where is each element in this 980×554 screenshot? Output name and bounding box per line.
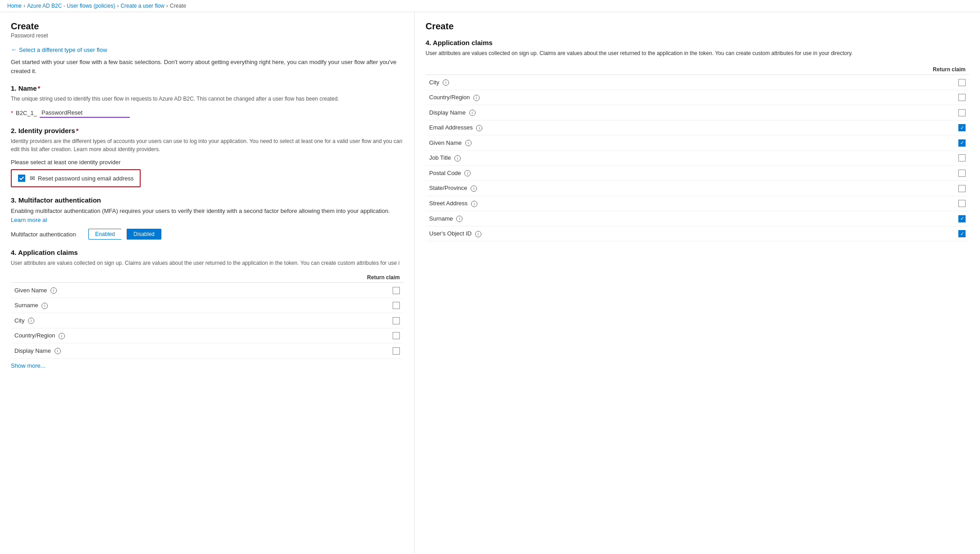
right-claim-checkbox-cell[interactable]	[753, 226, 969, 241]
section2-title: 2. Identity providers*	[11, 127, 403, 134]
info-icon: i	[41, 303, 48, 309]
right-claim-checkbox[interactable]	[958, 109, 966, 116]
breadcrumb-create-user-flow[interactable]: Create a user flow	[120, 3, 164, 9]
right-claim-label: Postal Code i	[426, 166, 753, 181]
right-claim-checkbox-cell[interactable]	[753, 105, 969, 120]
right-return-claim-header: Return claim	[753, 65, 969, 75]
right-claim-checkbox-cell[interactable]	[753, 166, 969, 181]
right-claim-checkbox-cell[interactable]	[753, 150, 969, 166]
left-claims-row: City i	[11, 313, 403, 328]
breadcrumb: Home › Azure AD B2C - User flows (polici…	[0, 0, 980, 12]
right-claims-row: Postal Code i	[426, 166, 969, 181]
right-claims-row: City i	[426, 75, 969, 90]
left-claim-checkbox[interactable]	[393, 287, 400, 294]
right-claims-row: State/Province i	[426, 180, 969, 196]
right-claim-checkbox-cell[interactable]	[753, 90, 969, 105]
right-claim-checkbox[interactable]	[958, 185, 966, 192]
right-claim-label: Given Name i	[426, 135, 753, 151]
breadcrumb-home[interactable]: Home	[7, 3, 22, 9]
right-claims-row: Given Name i	[426, 135, 969, 151]
left-claims-section: 4. Application claims User attributes ar…	[11, 249, 403, 369]
right-page-title: Create	[426, 21, 969, 32]
info-icon: i	[476, 125, 482, 131]
right-claim-checkbox[interactable]	[958, 94, 966, 101]
back-link[interactable]: ← Select a different type of user flow	[11, 46, 107, 53]
info-icon: i	[471, 185, 477, 192]
right-claim-checkbox[interactable]	[958, 170, 966, 177]
email-icon: ✉	[30, 175, 35, 182]
left-claim-checkbox[interactable]	[393, 347, 400, 355]
info-icon: i	[443, 79, 449, 86]
mfa-disabled-button[interactable]: Disabled	[127, 229, 161, 240]
name-input[interactable]	[40, 108, 130, 118]
left-claim-checkbox-cell[interactable]	[243, 298, 403, 313]
select-identity-text: Please select at least one identity prov…	[11, 159, 403, 166]
right-claim-label: Surname i	[426, 211, 753, 226]
identity-checkbox[interactable]	[18, 175, 25, 182]
right-claim-checkbox-cell[interactable]	[753, 120, 969, 135]
left-claim-label: Display Name i	[11, 343, 243, 359]
section1-title: 1. Name*	[11, 84, 403, 92]
mfa-enabled-button[interactable]: Enabled	[88, 229, 121, 240]
show-more-link[interactable]: Show more...	[11, 362, 46, 369]
left-claim-checkbox[interactable]	[393, 332, 400, 339]
back-arrow-icon: ←	[11, 46, 17, 53]
right-claim-label: Job Title i	[426, 150, 753, 166]
left-claim-checkbox-cell[interactable]	[243, 343, 403, 359]
right-claim-checkbox[interactable]	[958, 200, 966, 207]
right-claim-checkbox[interactable]	[958, 230, 966, 237]
section4-title: 4. Application claims	[11, 249, 403, 256]
right-claim-checkbox[interactable]	[958, 139, 966, 147]
identity-option-box[interactable]: ✉ Reset password using email address	[11, 169, 141, 187]
right-claim-checkbox[interactable]	[958, 215, 966, 222]
right-claim-label: State/Province i	[426, 180, 753, 196]
left-claim-checkbox-cell[interactable]	[243, 283, 403, 298]
info-icon: i	[456, 216, 463, 222]
right-claim-label: Display Name i	[426, 105, 753, 120]
left-claim-checkbox[interactable]	[393, 302, 400, 309]
info-icon: i	[471, 201, 477, 207]
left-claim-checkbox[interactable]	[393, 317, 400, 324]
right-claims-row: Country/Region i	[426, 90, 969, 105]
right-claim-label: User's Object ID i	[426, 226, 753, 241]
info-icon: i	[454, 155, 461, 162]
right-claim-checkbox-cell[interactable]	[753, 196, 969, 211]
info-icon: i	[465, 140, 472, 146]
page-title: Create	[11, 21, 403, 32]
info-icon: i	[55, 348, 61, 354]
info-icon: i	[475, 231, 481, 237]
breadcrumb-b2c[interactable]: Azure AD B2C - User flows (policies)	[27, 3, 115, 9]
left-claim-label: Country/Region i	[11, 328, 243, 343]
right-claims-table: Return claim City i Country/Region i Dis…	[426, 65, 969, 241]
right-claim-label: Street Address i	[426, 196, 753, 211]
right-claim-checkbox[interactable]	[958, 124, 966, 131]
right-claim-checkbox[interactable]	[958, 154, 966, 162]
right-claim-checkbox-cell[interactable]	[753, 180, 969, 196]
left-return-claim-header: Return claim	[243, 272, 403, 283]
right-claim-checkbox-cell[interactable]	[753, 135, 969, 151]
right-claim-checkbox[interactable]	[958, 79, 966, 86]
right-section-title: 4. Application claims	[426, 39, 969, 46]
mfa-row: Multifactor authentication Enabled Disab…	[11, 229, 403, 240]
left-panel: Create Password reset ← Select a differe…	[0, 12, 415, 554]
right-claims-row: Email Addresses i	[426, 120, 969, 135]
left-claim-checkbox-cell[interactable]	[243, 313, 403, 328]
right-claims-row: Street Address i	[426, 196, 969, 211]
right-section-desc: User attributes are values collected on …	[426, 49, 969, 57]
mfa-desc: Enabling multifactor authentication (MFA…	[11, 207, 403, 224]
identity-section: 2. Identity providers* Identity provider…	[11, 127, 403, 187]
page-subtitle: Password reset	[11, 32, 403, 39]
info-icon: i	[59, 333, 65, 339]
right-claims-label-col-header	[426, 65, 753, 75]
right-panel: Create 4. Application claims User attrib…	[415, 12, 980, 554]
info-icon: i	[50, 287, 57, 294]
right-claims-row: Display Name i	[426, 105, 969, 120]
left-claim-label: Surname i	[11, 298, 243, 313]
right-claim-checkbox-cell[interactable]	[753, 211, 969, 226]
right-claims-row: Job Title i	[426, 150, 969, 166]
left-claim-checkbox-cell[interactable]	[243, 328, 403, 343]
right-claims-row: Surname i	[426, 211, 969, 226]
left-claims-row: Country/Region i	[11, 328, 403, 343]
mfa-learn-more[interactable]: Learn more al	[11, 217, 47, 223]
right-claim-checkbox-cell[interactable]	[753, 75, 969, 90]
